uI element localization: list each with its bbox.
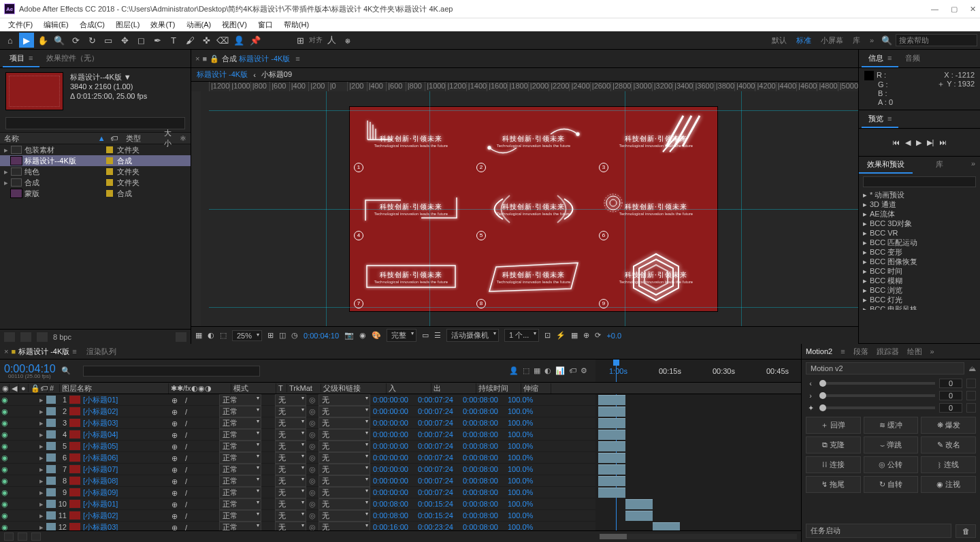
clone-tool-icon[interactable]: ✜ xyxy=(199,33,214,48)
timeline-tab-render-queue[interactable]: 渲染队列 xyxy=(86,347,116,357)
layer-bar[interactable] xyxy=(598,464,625,475)
project-item[interactable]: ▸纯色文件夹 xyxy=(0,166,191,177)
effects-category[interactable]: ▸* 动画预设 xyxy=(859,190,980,200)
layer-bar[interactable] xyxy=(598,395,625,405)
effects-category[interactable]: ▸BCC 模糊 xyxy=(859,276,980,285)
timeline-layer[interactable]: ◉▸11[小标题02]⊕/正常无◎无0:00:08:000:00:15:240:… xyxy=(0,510,595,522)
selection-tool-icon[interactable]: ▶ xyxy=(19,33,34,48)
timeline-cti[interactable] xyxy=(616,360,617,382)
panel-menu-icon[interactable]: ≡ xyxy=(29,54,33,62)
tab-info[interactable]: 信息≡ xyxy=(862,50,898,67)
preview-prev-icon[interactable]: ◀ xyxy=(905,138,911,147)
resolution-icon[interactable]: ⊞ xyxy=(267,331,274,340)
timeline-layer[interactable]: ◉▸2[小标题02]⊕/正常无◎无0:00:00:000:00:07:240:0… xyxy=(0,406,595,417)
col-flowchart-icon[interactable]: ⚛ xyxy=(176,134,191,143)
toggle-in-out-icon[interactable] xyxy=(31,532,41,541)
timeline-layer[interactable]: ◉▸7[小标题07]⊕/正常无◎无0:00:00:000:00:07:240:0… xyxy=(0,464,595,475)
window-close-icon[interactable]: ✕ xyxy=(970,5,976,14)
effects-category[interactable]: ▸BCC 灯光 xyxy=(859,295,980,304)
tab-audio[interactable]: 音频 xyxy=(898,50,927,67)
trkmat-dropdown[interactable]: 无 xyxy=(275,406,306,417)
col-duration[interactable]: 持续时间 xyxy=(476,383,521,394)
tab-library[interactable]: 库 xyxy=(913,157,966,174)
parent-dropdown[interactable]: 无 xyxy=(318,487,370,498)
pixel-aspect-icon[interactable]: ⊡ xyxy=(544,331,551,340)
mode-dropdown[interactable]: 正常 xyxy=(219,417,261,429)
tab-effect-controls[interactable]: 效果控件（无） xyxy=(39,50,105,67)
motion-blur-icon[interactable]: ◐ xyxy=(544,366,551,375)
timeline-bars[interactable] xyxy=(595,394,801,530)
motion-btn-拖尾[interactable]: ↯拖尾 xyxy=(806,476,861,493)
alpha-icon[interactable]: ▦ xyxy=(195,331,202,340)
menu-动画(A)[interactable]: 动画(A) xyxy=(182,18,216,31)
resolution-dropdown[interactable]: 完整 xyxy=(387,329,416,342)
timeline-layer[interactable]: ◉▸5[小标题05]⊕/正常无◎无0:00:00:000:00:07:240:0… xyxy=(0,441,595,452)
timeline-layer[interactable]: ◉▸8[小标题08]⊕/正常无◎无0:00:00:000:00:07:240:0… xyxy=(0,475,595,487)
comp-shy-icon[interactable]: ⬚ xyxy=(523,366,529,375)
roi-icon[interactable]: ◫ xyxy=(279,331,286,340)
layer-bar[interactable] xyxy=(598,476,625,486)
exposure-value[interactable]: +0.0 xyxy=(606,332,621,340)
hand-tool-icon[interactable]: ✋ xyxy=(35,33,50,48)
comp-thumbnail[interactable] xyxy=(5,72,63,110)
effects-category[interactable]: ▸BCC 电影风格 xyxy=(859,304,980,310)
col-t[interactable]: T xyxy=(276,384,287,392)
menu-合成(C)[interactable]: 合成(C) xyxy=(76,18,109,31)
pick-whip-icon[interactable]: ◎ xyxy=(308,477,317,485)
col-audio-icon[interactable]: ◀ xyxy=(10,384,19,393)
effects-search-input[interactable] xyxy=(863,176,976,187)
tab-preview[interactable]: 预览≡ xyxy=(862,111,898,128)
timeline-layer[interactable]: ◉▸9[小标题09]⊕/正常无◎无0:00:00:000:00:07:240:0… xyxy=(0,487,595,498)
tab-paragraph[interactable]: 段落 xyxy=(853,347,868,357)
roto-tool-icon[interactable]: 👤 xyxy=(231,33,246,48)
viewer-lock-icon[interactable]: 🔒 xyxy=(210,54,219,63)
eye-icon[interactable]: ◉ xyxy=(0,442,10,451)
eye-icon[interactable]: ◉ xyxy=(0,523,10,531)
mode-dropdown[interactable]: 正常 xyxy=(219,510,261,522)
camera-tool-icon[interactable]: ▭ xyxy=(101,33,116,48)
eye-icon[interactable]: ◉ xyxy=(0,465,10,474)
comp-name[interactable]: 标题设计--4K版 ▼ xyxy=(70,72,131,82)
menu-效果(T)[interactable]: 效果(T) xyxy=(146,18,179,31)
col-visibility-icon[interactable]: ◉ xyxy=(0,384,10,393)
timeline-layer[interactable]: ◉▸10[小标题01]⊕/正常无◎无0:00:08:000:00:15:240:… xyxy=(0,498,595,510)
timeline-layer[interactable]: ◉▸6[小标题06]⊕/正常无◎无0:00:00:000:00:07:240:0… xyxy=(0,452,595,464)
camera-dropdown[interactable]: 活动摄像机 xyxy=(446,329,499,342)
layer-bar[interactable] xyxy=(625,511,653,521)
eye-icon[interactable]: ◉ xyxy=(0,396,10,404)
preview-first-icon[interactable]: ⏮ xyxy=(892,138,900,146)
motion-btn-缓冲[interactable]: ≋缓冲 xyxy=(864,417,919,434)
menu-窗口[interactable]: 窗口 xyxy=(254,18,277,31)
parent-dropdown[interactable]: 无 xyxy=(318,464,370,475)
layer-bar[interactable] xyxy=(598,430,625,440)
timeline-scrollbar[interactable] xyxy=(600,534,797,539)
motion-btn-连接[interactable]: ⁞⁞连接 xyxy=(806,456,861,473)
eye-icon[interactable]: ◉ xyxy=(0,488,10,497)
trkmat-dropdown[interactable]: 无 xyxy=(275,522,306,531)
effects-category[interactable]: ▸BCC 3D对象 xyxy=(859,219,980,228)
eraser-tool-icon[interactable]: ⌫ xyxy=(215,33,230,48)
layer-bar[interactable] xyxy=(598,441,625,451)
eye-icon[interactable]: ◉ xyxy=(0,430,10,439)
motion-slider-1[interactable]: ›0 xyxy=(802,389,980,402)
col-type[interactable]: 类型 xyxy=(122,133,160,144)
viewer-close-icon[interactable]: × xyxy=(195,54,199,63)
preview-last-icon[interactable]: ⏭ xyxy=(939,138,947,146)
pick-whip-icon[interactable]: ◎ xyxy=(308,419,317,428)
parent-dropdown[interactable]: 无 xyxy=(318,406,370,417)
text-tool-icon[interactable]: T xyxy=(166,33,181,48)
motion-slider-2[interactable]: ✦0 xyxy=(802,402,980,414)
project-search-input[interactable] xyxy=(5,117,185,129)
anchor-tool-icon[interactable]: ✥ xyxy=(117,33,132,48)
eye-icon[interactable]: ◉ xyxy=(0,500,10,509)
pick-whip-icon[interactable]: ◎ xyxy=(308,500,317,509)
effects-category[interactable]: ▸BCC 图像恢复 xyxy=(859,257,980,266)
timeline-search-input[interactable] xyxy=(83,366,260,377)
timeline-layer[interactable]: ◉▸3[小标题03]⊕/正常无◎无0:00:00:000:00:07:240:0… xyxy=(0,417,595,429)
col-name[interactable]: 名称 xyxy=(0,133,94,144)
trkmat-dropdown[interactable]: 无 xyxy=(275,464,306,475)
search-icon[interactable]: 🔍 xyxy=(879,33,894,48)
col-trkmat[interactable]: TrkMat xyxy=(287,384,321,392)
preview-next-icon[interactable]: ▶| xyxy=(927,138,934,147)
menu-编辑(E)[interactable]: 编辑(E) xyxy=(39,18,73,31)
